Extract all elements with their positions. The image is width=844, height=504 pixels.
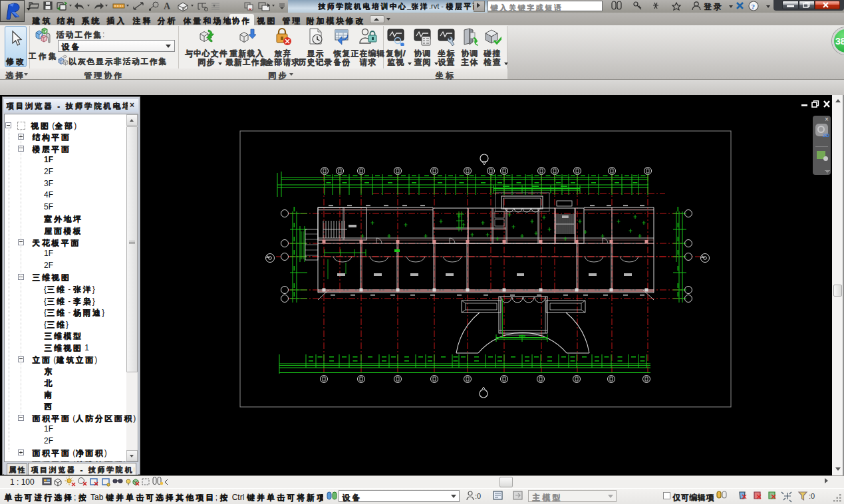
svg-text:登录: 登录 — [704, 2, 724, 11]
svg-text::0: :0 — [809, 492, 815, 500]
svg-text:A: A — [164, 1, 171, 11]
svg-text::0: :0 — [475, 492, 481, 500]
svg-text:?: ? — [752, 3, 756, 11]
